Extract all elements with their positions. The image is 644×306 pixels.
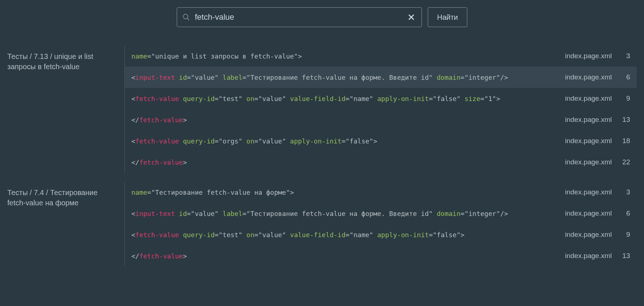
result-line: 13 bbox=[612, 252, 630, 260]
code-snippet: <fetch-value query-id="test" on="value" … bbox=[131, 231, 550, 239]
search-field-wrap bbox=[177, 7, 422, 27]
result-file: index.page.xml bbox=[550, 116, 612, 124]
close-icon bbox=[408, 14, 415, 21]
result-line: 3 bbox=[612, 188, 630, 196]
result-row[interactable]: </fetch-value>index.page.xml13 bbox=[125, 245, 637, 266]
code-snippet: <input-text id="value" label="Тестирован… bbox=[131, 210, 550, 217]
result-file: index.page.xml bbox=[550, 252, 612, 260]
code-snippet: </fetch-value> bbox=[131, 158, 550, 166]
result-row[interactable]: name="unique и list запросы в fetch-valu… bbox=[125, 45, 637, 67]
result-line: 18 bbox=[612, 137, 630, 145]
find-button[interactable]: Найти bbox=[428, 7, 467, 27]
svg-point-0 bbox=[183, 14, 188, 19]
svg-line-1 bbox=[188, 18, 190, 20]
search-icon bbox=[182, 13, 190, 21]
code-snippet: <fetch-value query-id="test" on="value" … bbox=[131, 95, 550, 102]
result-row[interactable]: <input-text id="value" label="Тестирован… bbox=[125, 203, 637, 224]
search-input[interactable] bbox=[190, 12, 406, 22]
result-group: Тесты / 7.13 / unique и list запросы в f… bbox=[7, 45, 637, 173]
result-line: 13 bbox=[612, 116, 630, 124]
result-row[interactable]: <fetch-value query-id="orgs" on="value" … bbox=[125, 130, 637, 152]
result-line: 9 bbox=[612, 94, 630, 102]
code-snippet: </fetch-value> bbox=[131, 252, 550, 260]
result-file: index.page.xml bbox=[550, 158, 612, 166]
code-snippet: name="Тестирование fetch-value на форме"… bbox=[131, 189, 550, 196]
clear-search-button[interactable] bbox=[406, 12, 416, 22]
result-row[interactable]: <fetch-value query-id="test" on="value" … bbox=[125, 224, 637, 245]
result-file: index.page.xml bbox=[550, 231, 612, 239]
result-row[interactable]: <fetch-value query-id="test" on="value" … bbox=[125, 88, 637, 109]
result-file: index.page.xml bbox=[550, 52, 612, 60]
result-row[interactable]: name="Тестирование fetch-value на форме"… bbox=[125, 182, 637, 203]
result-file: index.page.xml bbox=[550, 73, 612, 81]
result-group: Тесты / 7.4 / Тестирование fetch-value н… bbox=[7, 182, 637, 266]
result-row[interactable]: </fetch-value>index.page.xml13 bbox=[125, 109, 637, 130]
result-line: 3 bbox=[612, 52, 630, 60]
result-file: index.page.xml bbox=[550, 94, 612, 102]
result-file: index.page.xml bbox=[550, 137, 612, 145]
result-line: 22 bbox=[612, 158, 630, 166]
result-line: 6 bbox=[612, 209, 630, 217]
code-snippet: </fetch-value> bbox=[131, 116, 550, 124]
result-file: index.page.xml bbox=[550, 188, 612, 196]
group-rows: name="Тестирование fetch-value на форме"… bbox=[124, 182, 637, 266]
group-title: Тесты / 7.13 / unique и list запросы в f… bbox=[7, 45, 124, 173]
result-row[interactable]: <input-text id="value" label="Тестирован… bbox=[125, 67, 637, 88]
search-results: Тесты / 7.13 / unique и list запросы в f… bbox=[0, 45, 644, 281]
result-line: 9 bbox=[612, 231, 630, 239]
group-rows: name="unique и list запросы в fetch-valu… bbox=[124, 45, 637, 173]
result-line: 6 bbox=[612, 73, 630, 81]
group-title: Тесты / 7.4 / Тестирование fetch-value н… bbox=[7, 182, 124, 266]
code-snippet: <fetch-value query-id="orgs" on="value" … bbox=[131, 137, 550, 145]
code-snippet: name="unique и list запросы в fetch-valu… bbox=[131, 52, 550, 60]
search-bar: Найти bbox=[0, 0, 644, 37]
result-file: index.page.xml bbox=[550, 209, 612, 217]
result-row[interactable]: </fetch-value>index.page.xml22 bbox=[125, 152, 637, 173]
code-snippet: <input-text id="value" label="Тестирован… bbox=[131, 74, 550, 81]
